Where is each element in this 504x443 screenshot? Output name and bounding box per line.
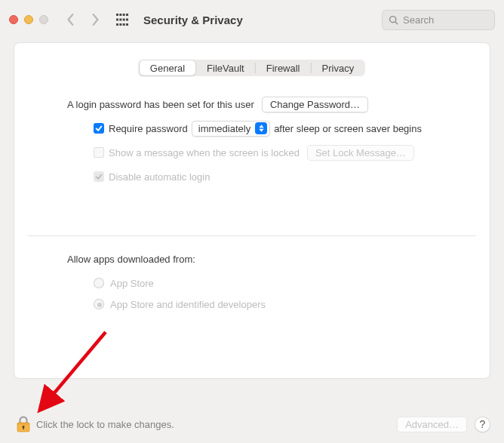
tab-privacy[interactable]: Privacy <box>312 60 365 75</box>
window-controls <box>9 15 48 24</box>
checkmark-icon <box>95 125 103 132</box>
allow-apps-radio-identified <box>94 299 104 309</box>
svg-line-13 <box>395 21 398 23</box>
checkmark-icon <box>95 173 103 180</box>
tab-filevault[interactable]: FileVault <box>196 60 255 75</box>
help-button[interactable]: ? <box>475 417 490 432</box>
allow-apps-option-identified: App Store and identified developers <box>110 299 266 310</box>
svg-rect-1 <box>119 14 121 16</box>
search-input[interactable] <box>403 14 488 26</box>
allow-apps-section: Allow apps downloaded from: App Store Ap… <box>67 251 467 320</box>
svg-rect-4 <box>116 19 118 21</box>
svg-rect-9 <box>119 23 121 26</box>
svg-rect-6 <box>123 19 125 21</box>
close-window-button[interactable] <box>9 15 18 24</box>
search-icon <box>389 15 398 25</box>
svg-rect-3 <box>126 14 128 16</box>
svg-rect-5 <box>119 19 121 21</box>
require-password-prefix: Require password <box>109 123 188 134</box>
require-password-delay-select[interactable]: immediately <box>192 121 270 137</box>
svg-marker-14 <box>259 125 263 128</box>
search-field[interactable] <box>382 10 495 30</box>
login-password-label: A login password has been set for this u… <box>67 99 254 110</box>
svg-rect-0 <box>116 14 118 16</box>
minimize-window-button[interactable] <box>24 15 33 24</box>
svg-marker-15 <box>259 129 263 132</box>
window-title: Security & Privacy <box>143 14 243 26</box>
require-password-checkbox[interactable] <box>94 123 104 134</box>
tab-bar: General FileVault Firewall Privacy <box>139 60 365 76</box>
maximize-window-button[interactable] <box>39 15 48 24</box>
main-panel: General FileVault Firewall Privacy A log… <box>14 42 490 379</box>
lock-icon <box>17 416 30 432</box>
svg-rect-19 <box>23 427 23 430</box>
svg-rect-17 <box>17 423 29 425</box>
svg-rect-7 <box>126 19 128 21</box>
show-message-label: Show a message when the screen is locked <box>109 147 300 158</box>
grid-icon <box>116 14 128 26</box>
svg-point-12 <box>390 16 396 22</box>
disable-auto-login-label: Disable automatic login <box>109 171 210 183</box>
show-all-button[interactable] <box>113 11 131 29</box>
chevron-left-icon <box>66 14 75 26</box>
select-chevrons-icon <box>255 122 267 134</box>
require-password-delay-value: immediately <box>198 123 250 134</box>
login-password-section: A login password has been set for this u… <box>67 96 467 192</box>
lock-hint-text: Click the lock to make changes. <box>36 419 174 430</box>
require-password-suffix: after sleep or screen saver begins <box>274 123 422 134</box>
forward-button[interactable] <box>86 11 104 29</box>
lock-button[interactable] <box>17 416 30 432</box>
tab-general[interactable]: General <box>140 60 195 75</box>
allow-apps-option-appstore: App Store <box>110 278 154 289</box>
change-password-button[interactable]: Change Password… <box>262 97 368 112</box>
toolbar: Security & Privacy <box>0 0 504 39</box>
allow-apps-radio-appstore <box>94 278 104 288</box>
svg-rect-2 <box>123 14 125 16</box>
allow-apps-heading: Allow apps downloaded from: <box>67 254 195 265</box>
svg-rect-11 <box>126 23 128 26</box>
svg-rect-10 <box>123 23 125 26</box>
footer: Click the lock to make changes. Advanced… <box>17 416 490 432</box>
set-lock-message-button: Set Lock Message… <box>307 145 414 161</box>
section-divider <box>28 235 476 236</box>
svg-rect-8 <box>116 23 118 26</box>
chevron-right-icon <box>91 14 100 26</box>
show-message-checkbox <box>94 147 104 158</box>
tab-firewall[interactable]: Firewall <box>256 60 311 75</box>
back-button[interactable] <box>62 11 80 29</box>
disable-auto-login-checkbox <box>94 171 104 182</box>
advanced-button: Advanced… <box>397 417 467 432</box>
